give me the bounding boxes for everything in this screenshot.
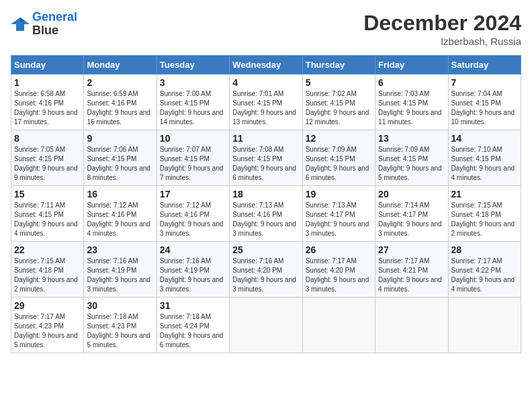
month-title: December 2024 xyxy=(363,11,521,36)
calendar-cell xyxy=(302,298,375,353)
calendar-header-row: SundayMondayTuesdayWednesdayThursdayFrid… xyxy=(11,56,521,75)
day-number: 16 xyxy=(87,189,153,199)
calendar-cell: 31Sunrise: 7:18 AMSunset: 4:24 PMDayligh… xyxy=(157,298,229,353)
day-info: Sunrise: 7:16 AMSunset: 4:20 PMDaylight:… xyxy=(232,257,299,294)
day-info: Sunrise: 7:17 AMSunset: 4:23 PMDaylight:… xyxy=(14,312,81,350)
calendar-cell xyxy=(375,298,448,353)
calendar-cell: 21Sunrise: 7:15 AMSunset: 4:18 PMDayligh… xyxy=(448,186,521,242)
calendar-cell: 1Sunrise: 6:58 AMSunset: 4:16 PMDaylight… xyxy=(11,75,84,130)
day-info: Sunrise: 7:05 AMSunset: 4:15 PMDaylight:… xyxy=(14,145,81,183)
day-number: 12 xyxy=(306,133,372,144)
day-info: Sunrise: 7:17 AMSunset: 4:21 PMDaylight:… xyxy=(378,257,445,294)
day-header-thursday: Thursday xyxy=(302,56,375,75)
calendar-cell: 18Sunrise: 7:13 AMSunset: 4:16 PMDayligh… xyxy=(230,186,302,242)
calendar-cell: 27Sunrise: 7:17 AMSunset: 4:21 PMDayligh… xyxy=(375,242,448,298)
calendar-cell: 11Sunrise: 7:08 AMSunset: 4:15 PMDayligh… xyxy=(230,130,302,186)
page-header: GeneralBlue December 2024 Izberbash, Rus… xyxy=(11,11,521,47)
day-number: 5 xyxy=(306,77,372,88)
calendar-cell: 3Sunrise: 7:00 AMSunset: 4:15 PMDaylight… xyxy=(157,75,229,130)
logo-icon xyxy=(11,15,30,34)
calendar-body: 1Sunrise: 6:58 AMSunset: 4:16 PMDaylight… xyxy=(11,75,521,353)
day-number: 14 xyxy=(451,133,518,144)
calendar-week-5: 29Sunrise: 7:17 AMSunset: 4:23 PMDayligh… xyxy=(11,298,521,353)
calendar-cell: 14Sunrise: 7:10 AMSunset: 4:15 PMDayligh… xyxy=(448,130,521,186)
day-number: 28 xyxy=(451,244,518,255)
calendar-cell: 24Sunrise: 7:16 AMSunset: 4:19 PMDayligh… xyxy=(157,242,229,298)
day-info: Sunrise: 7:18 AMSunset: 4:23 PMDaylight:… xyxy=(87,312,153,350)
calendar-cell: 4Sunrise: 7:01 AMSunset: 4:15 PMDaylight… xyxy=(230,75,302,130)
calendar-cell: 28Sunrise: 7:17 AMSunset: 4:22 PMDayligh… xyxy=(448,242,521,298)
location: Izberbash, Russia xyxy=(363,36,521,47)
day-number: 22 xyxy=(14,244,81,255)
day-info: Sunrise: 6:59 AMSunset: 4:16 PMDaylight:… xyxy=(87,89,153,127)
day-number: 10 xyxy=(160,133,226,144)
calendar-cell: 15Sunrise: 7:11 AMSunset: 4:15 PMDayligh… xyxy=(11,186,84,242)
day-number: 27 xyxy=(378,244,445,255)
day-number: 31 xyxy=(160,300,226,311)
day-info: Sunrise: 7:02 AMSunset: 4:15 PMDaylight:… xyxy=(306,89,372,127)
calendar-cell: 13Sunrise: 7:09 AMSunset: 4:15 PMDayligh… xyxy=(375,130,448,186)
day-info: Sunrise: 7:07 AMSunset: 4:15 PMDaylight:… xyxy=(160,145,226,183)
day-info: Sunrise: 7:04 AMSunset: 4:15 PMDaylight:… xyxy=(451,89,518,127)
day-number: 17 xyxy=(160,189,226,199)
day-number: 9 xyxy=(87,133,153,144)
day-info: Sunrise: 7:10 AMSunset: 4:15 PMDaylight:… xyxy=(451,145,518,183)
calendar-table: SundayMondayTuesdayWednesdayThursdayFrid… xyxy=(11,55,521,353)
title-block: December 2024 Izberbash, Russia xyxy=(363,11,521,47)
calendar-cell: 29Sunrise: 7:17 AMSunset: 4:23 PMDayligh… xyxy=(11,298,84,353)
calendar-cell: 19Sunrise: 7:13 AMSunset: 4:17 PMDayligh… xyxy=(302,186,375,242)
day-number: 6 xyxy=(378,77,445,88)
day-info: Sunrise: 7:17 AMSunset: 4:20 PMDaylight:… xyxy=(306,257,372,294)
calendar-cell: 23Sunrise: 7:16 AMSunset: 4:19 PMDayligh… xyxy=(84,242,157,298)
day-header-sunday: Sunday xyxy=(11,56,84,75)
calendar-cell xyxy=(230,298,302,353)
day-info: Sunrise: 7:17 AMSunset: 4:22 PMDaylight:… xyxy=(451,257,518,294)
calendar-cell: 5Sunrise: 7:02 AMSunset: 4:15 PMDaylight… xyxy=(302,75,375,130)
calendar-cell: 25Sunrise: 7:16 AMSunset: 4:20 PMDayligh… xyxy=(230,242,302,298)
day-info: Sunrise: 7:03 AMSunset: 4:15 PMDaylight:… xyxy=(378,89,445,127)
logo: GeneralBlue xyxy=(11,11,77,38)
logo-text: GeneralBlue xyxy=(32,11,77,38)
day-number: 25 xyxy=(232,244,299,255)
day-number: 30 xyxy=(87,300,153,311)
calendar-cell: 2Sunrise: 6:59 AMSunset: 4:16 PMDaylight… xyxy=(84,75,157,130)
day-number: 29 xyxy=(14,300,81,311)
day-info: Sunrise: 7:00 AMSunset: 4:15 PMDaylight:… xyxy=(160,89,226,127)
day-info: Sunrise: 7:09 AMSunset: 4:15 PMDaylight:… xyxy=(306,145,372,183)
day-info: Sunrise: 7:16 AMSunset: 4:19 PMDaylight:… xyxy=(160,257,226,294)
day-info: Sunrise: 7:12 AMSunset: 4:16 PMDaylight:… xyxy=(87,201,153,238)
day-header-saturday: Saturday xyxy=(448,56,521,75)
day-info: Sunrise: 7:01 AMSunset: 4:15 PMDaylight:… xyxy=(232,89,299,127)
calendar-cell: 16Sunrise: 7:12 AMSunset: 4:16 PMDayligh… xyxy=(84,186,157,242)
day-number: 1 xyxy=(14,77,81,88)
day-info: Sunrise: 7:16 AMSunset: 4:19 PMDaylight:… xyxy=(87,257,153,294)
calendar-cell: 22Sunrise: 7:15 AMSunset: 4:18 PMDayligh… xyxy=(11,242,84,298)
day-number: 20 xyxy=(378,189,445,199)
day-number: 13 xyxy=(378,133,445,144)
day-info: Sunrise: 7:14 AMSunset: 4:17 PMDaylight:… xyxy=(378,201,445,238)
calendar-cell: 20Sunrise: 7:14 AMSunset: 4:17 PMDayligh… xyxy=(375,186,448,242)
day-header-monday: Monday xyxy=(84,56,157,75)
day-number: 3 xyxy=(160,77,226,88)
day-header-tuesday: Tuesday xyxy=(157,56,229,75)
calendar-cell xyxy=(448,298,521,353)
day-info: Sunrise: 7:06 AMSunset: 4:15 PMDaylight:… xyxy=(87,145,153,183)
day-number: 15 xyxy=(14,189,81,199)
day-info: Sunrise: 7:08 AMSunset: 4:15 PMDaylight:… xyxy=(232,145,299,183)
day-number: 19 xyxy=(306,189,372,199)
day-number: 2 xyxy=(87,77,153,88)
day-info: Sunrise: 7:18 AMSunset: 4:24 PMDaylight:… xyxy=(160,312,226,350)
day-number: 18 xyxy=(232,189,299,199)
calendar-cell: 26Sunrise: 7:17 AMSunset: 4:20 PMDayligh… xyxy=(302,242,375,298)
day-info: Sunrise: 6:58 AMSunset: 4:16 PMDaylight:… xyxy=(14,89,81,127)
day-number: 21 xyxy=(451,189,518,199)
calendar-cell: 6Sunrise: 7:03 AMSunset: 4:15 PMDaylight… xyxy=(375,75,448,130)
day-info: Sunrise: 7:12 AMSunset: 4:16 PMDaylight:… xyxy=(160,201,226,238)
day-header-wednesday: Wednesday xyxy=(230,56,302,75)
day-info: Sunrise: 7:15 AMSunset: 4:18 PMDaylight:… xyxy=(451,201,518,238)
calendar-cell: 10Sunrise: 7:07 AMSunset: 4:15 PMDayligh… xyxy=(157,130,229,186)
calendar-week-3: 15Sunrise: 7:11 AMSunset: 4:15 PMDayligh… xyxy=(11,186,521,242)
day-number: 26 xyxy=(306,244,372,255)
day-header-friday: Friday xyxy=(375,56,448,75)
calendar-cell: 9Sunrise: 7:06 AMSunset: 4:15 PMDaylight… xyxy=(84,130,157,186)
